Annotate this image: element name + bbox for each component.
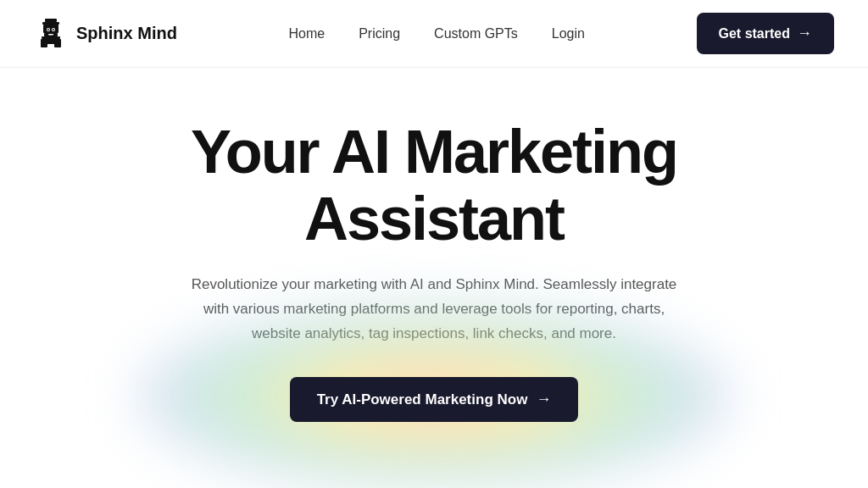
nav-home[interactable]: Home <box>288 26 325 42</box>
sphinx-icon <box>34 17 68 51</box>
nav-custom-gpts[interactable]: Custom GPTs <box>434 26 518 42</box>
hero-title: Your AI Marketing Assistant <box>137 119 731 252</box>
cta-arrow: → <box>536 391 551 408</box>
svg-rect-9 <box>46 39 56 44</box>
svg-rect-1 <box>42 22 59 25</box>
logo[interactable]: Sphinx Mind <box>34 17 177 51</box>
svg-rect-0 <box>45 19 57 22</box>
navbar: Sphinx Mind Home Pricing Custom GPTs Log… <box>0 0 868 68</box>
svg-rect-14 <box>48 34 53 36</box>
get-started-arrow: → <box>797 25 812 42</box>
nav-links: Home Pricing Custom GPTs Login <box>288 26 584 42</box>
get-started-button[interactable]: Get started → <box>697 13 834 54</box>
nav-login[interactable]: Login <box>552 26 585 42</box>
svg-point-13 <box>53 29 54 30</box>
cta-button[interactable]: Try AI-Powered Marketing Now → <box>290 377 579 422</box>
hero-section: Your AI Marketing Assistant Revolutioniz… <box>0 68 868 422</box>
svg-point-12 <box>47 29 49 30</box>
svg-rect-6 <box>42 36 60 39</box>
nav-pricing[interactable]: Pricing <box>359 26 400 42</box>
brand-name: Sphinx Mind <box>76 24 177 43</box>
